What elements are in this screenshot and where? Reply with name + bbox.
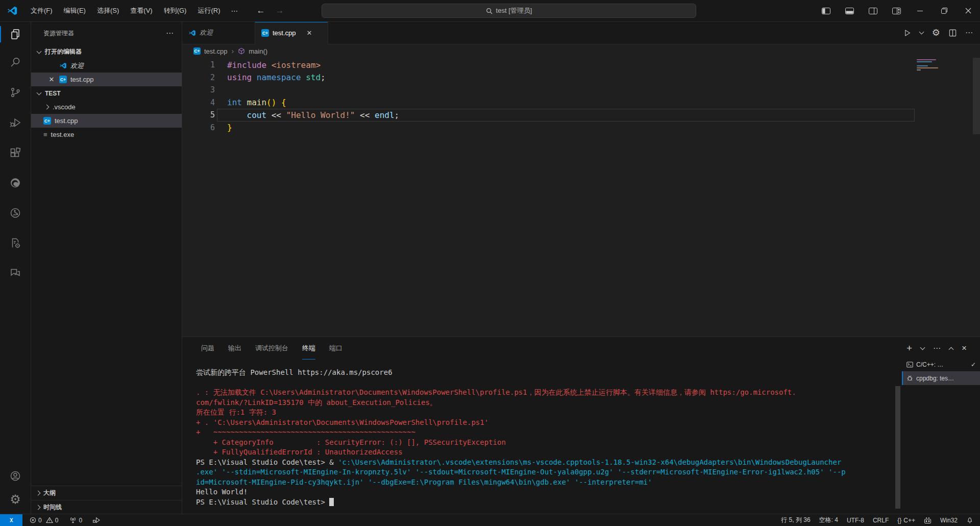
new-terminal-icon[interactable]: +	[906, 343, 912, 354]
customize-layout-icon[interactable]	[885, 0, 908, 21]
menu-item[interactable]: 选择(S)	[91, 4, 125, 18]
encoding[interactable]: UTF-8	[847, 517, 864, 524]
explorer-icon[interactable]	[0, 21, 31, 47]
terminal-scrollbar[interactable]	[895, 386, 900, 509]
panel-more-icon[interactable]: ⋯	[933, 344, 941, 353]
maximize-panel-icon[interactable]	[949, 347, 954, 352]
menu-item[interactable]: 查看(V)	[125, 4, 158, 18]
restore-button[interactable]	[932, 0, 956, 21]
toggle-secondary-sidebar-icon[interactable]	[861, 0, 885, 21]
bell-icon[interactable]	[966, 517, 973, 524]
code-lines: 1#include <iostream>2using namespace std…	[182, 59, 980, 134]
outline-section[interactable]: 大纲	[31, 486, 182, 500]
back-button[interactable]: ←	[256, 6, 265, 16]
command-center-search[interactable]: test [管理员]	[322, 4, 696, 18]
editor-scrollbar[interactable]	[973, 58, 980, 134]
cursor-position[interactable]: 行 5, 列 36	[781, 516, 810, 524]
toggle-panel-icon[interactable]	[838, 0, 861, 21]
close-panel-icon[interactable]: ×	[962, 343, 967, 353]
error-icon	[30, 517, 36, 523]
code-line-4[interactable]: 4int main() {	[182, 97, 980, 109]
tab-label: 欢迎	[200, 28, 213, 37]
line-number: 1	[182, 60, 227, 69]
breadcrumb-item-symbol[interactable]: main()	[249, 47, 267, 55]
panel-tab-debug-console[interactable]: 调试控制台	[255, 337, 288, 360]
vscode-window: { "title_bar": { "menus": ["文件(F)", "编辑(…	[0, 0, 980, 526]
run-button-icon[interactable]	[903, 29, 911, 37]
bottom-panel: 问题 输出 调试控制台 终端 端口 + ⋯ × 尝试新的跨平台 PowerShe…	[182, 337, 980, 514]
ports-status[interactable]: 0	[69, 517, 82, 524]
search-view-icon[interactable]	[0, 47, 31, 77]
panel-tab-ports[interactable]: 端口	[329, 337, 342, 360]
close-icon[interactable]: ✕	[47, 76, 56, 83]
terminal-list-label: cppdbg: tes…	[916, 375, 954, 382]
history-nav: ← →	[256, 6, 284, 16]
open-editor-testcpp[interactable]: ✕ test.cpp	[31, 73, 182, 86]
menu-bar: 文件(F)编辑(E)选择(S)查看(V)转到(G)运行(R)	[25, 4, 226, 18]
split-editor-icon[interactable]	[949, 29, 957, 37]
toggle-sidebar-icon[interactable]	[814, 0, 838, 21]
eol-sequence[interactable]: CRLF	[873, 517, 889, 524]
indentation[interactable]: 空格: 4	[819, 516, 838, 524]
tree-item-testexe[interactable]: test.exe	[31, 128, 182, 141]
code-line-1[interactable]: 1#include <iostream>	[182, 59, 980, 71]
terminal-list-item-cppdbg[interactable]: cppdbg: tes…	[902, 371, 980, 385]
panel-tab-terminal[interactable]: 终端	[302, 337, 315, 360]
cpp-properties-icon[interactable]	[0, 228, 31, 258]
menu-item[interactable]: 转到(G)	[158, 4, 192, 18]
menu-item[interactable]: 文件(F)	[25, 4, 58, 18]
open-editors-section[interactable]: 打开的编辑器	[31, 45, 182, 59]
code-line-6[interactable]: 6}	[182, 122, 980, 134]
configure-icon[interactable]: ⚙	[932, 27, 940, 39]
more-actions-icon[interactable]: ⋯	[965, 28, 973, 37]
code-editor[interactable]: 1#include <iostream>2using namespace std…	[182, 58, 980, 337]
terminal-line: Hello World!	[196, 487, 909, 497]
menu-item[interactable]: 运行(R)	[192, 4, 226, 18]
comments-icon[interactable]	[0, 258, 31, 288]
run-dropdown-icon[interactable]	[919, 30, 924, 35]
folder-section-test[interactable]: TEST	[31, 86, 182, 100]
run-debug-icon[interactable]	[0, 107, 31, 137]
sidebar-header: 资源管理器 ⋯	[31, 21, 182, 45]
search-text: test [管理员]	[496, 6, 532, 15]
language-mode[interactable]: {} C++	[897, 517, 915, 524]
code-line-5[interactable]: 5 cout << "Hello World!" << endl;	[182, 109, 980, 122]
platform-target[interactable]: Win32	[940, 517, 958, 524]
terminal-cursor	[329, 498, 334, 506]
breadcrumb-item-file[interactable]: test.cpp	[204, 47, 228, 55]
code-text: cout << "Hello World!" << endl;	[227, 110, 399, 120]
terminal-output[interactable]: 尝试新的跨平台 PowerShell https://aka.ms/pscore…	[196, 368, 909, 507]
problems-status[interactable]: 0 0	[30, 517, 58, 524]
tree-item-vscode-folder[interactable]: .vscode	[31, 100, 182, 114]
terminal-list-item-task[interactable]: C/C++: … ✓	[902, 357, 980, 371]
menu-item[interactable]: 编辑(E)	[58, 4, 91, 18]
close-icon[interactable]: ✕	[307, 29, 312, 37]
panel-tab-output[interactable]: 输出	[228, 337, 241, 360]
open-editor-label: test.cpp	[70, 76, 94, 83]
tab-testcpp[interactable]: test.cpp ✕	[255, 21, 328, 44]
code-line-2[interactable]: 2using namespace std;	[182, 71, 980, 84]
extensions-icon[interactable]	[0, 137, 31, 168]
edge-tools-icon[interactable]	[0, 168, 31, 198]
cpptools-icon[interactable]	[924, 517, 932, 524]
terminal-dropdown-icon[interactable]	[920, 345, 925, 350]
settings-gear-icon[interactable]: ⚙	[0, 488, 31, 511]
minimize-button[interactable]	[908, 0, 932, 21]
panel-tab-problems[interactable]: 问题	[201, 337, 214, 360]
code-line-3[interactable]: 3	[182, 84, 980, 97]
live-share-icon[interactable]	[0, 198, 31, 228]
remote-indicator[interactable]	[0, 514, 22, 526]
close-window-button[interactable]	[956, 0, 980, 21]
tab-welcome[interactable]: 欢迎	[182, 21, 255, 44]
source-control-icon[interactable]	[0, 77, 31, 107]
account-icon[interactable]	[0, 464, 31, 488]
minimap[interactable]	[917, 59, 940, 71]
menu-overflow-button[interactable]: ⋯	[226, 7, 243, 15]
editor-actions: ⚙ ⋯	[903, 21, 973, 44]
warning-icon	[46, 517, 53, 523]
debug-status[interactable]	[92, 517, 100, 523]
tree-item-testcpp[interactable]: test.cpp	[31, 114, 182, 128]
timeline-section[interactable]: 时间线	[31, 500, 182, 514]
open-editor-welcome[interactable]: 欢迎	[31, 59, 182, 73]
explorer-more-icon[interactable]: ⋯	[166, 29, 174, 38]
